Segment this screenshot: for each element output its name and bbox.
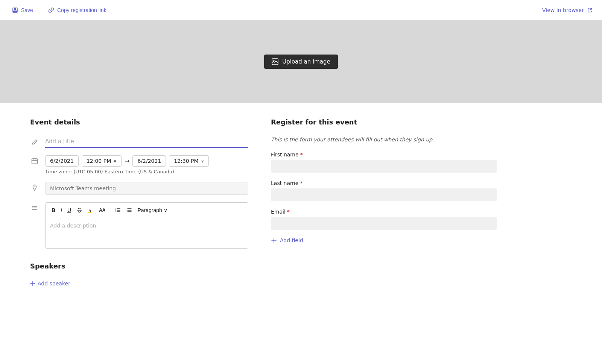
event-details-panel: Event details bbox=[30, 118, 248, 287]
email-input[interactable] bbox=[271, 217, 497, 230]
italic-button[interactable]: I bbox=[58, 206, 64, 215]
save-icon bbox=[12, 7, 18, 13]
image-icon bbox=[272, 58, 278, 65]
paragraph-chevron: ∨ bbox=[164, 207, 167, 213]
pencil-icon bbox=[31, 139, 38, 146]
datetime-content: 6/2/2021 12:00 PM ∨ → 6/2/2021 12:30 PM … bbox=[45, 155, 248, 174]
start-date-picker[interactable]: 6/2/2021 bbox=[45, 155, 79, 167]
svg-rect-8 bbox=[88, 212, 91, 213]
copy-link-button[interactable]: Copy registration link bbox=[45, 6, 109, 15]
title-field-content bbox=[45, 136, 248, 148]
start-time-chevron: ∨ bbox=[113, 158, 117, 164]
upload-image-label: Upload an image bbox=[282, 58, 330, 65]
first-name-label-row: First name * bbox=[271, 152, 497, 158]
toolbar-divider bbox=[110, 206, 110, 214]
end-date-picker[interactable]: 6/2/2021 bbox=[132, 155, 166, 167]
add-speaker-button[interactable]: Add speaker bbox=[30, 281, 70, 287]
datetime-row: 6/2/2021 12:00 PM ∨ → 6/2/2021 12:30 PM … bbox=[45, 155, 248, 167]
toolbar-left: Save Copy registration link bbox=[9, 6, 109, 15]
arrow-icon: → bbox=[125, 158, 129, 165]
first-name-label: First name bbox=[271, 152, 299, 158]
title-input[interactable] bbox=[45, 136, 248, 148]
event-details-title: Event details bbox=[30, 118, 248, 126]
start-time-picker[interactable]: 12:00 PM ∨ bbox=[82, 155, 122, 167]
strikethrough-icon bbox=[76, 207, 82, 213]
list-icon-wrapper bbox=[30, 205, 39, 211]
external-link-icon bbox=[587, 7, 593, 13]
view-browser-button[interactable]: View in browser bbox=[542, 7, 593, 13]
location-field-row bbox=[30, 182, 248, 195]
ordered-list-icon: 1 2 3 bbox=[115, 207, 121, 213]
datetime-field-row: 6/2/2021 12:00 PM ∨ → 6/2/2021 12:30 PM … bbox=[30, 155, 248, 174]
svg-point-4 bbox=[274, 60, 275, 61]
add-field-button[interactable]: Add field bbox=[271, 237, 303, 243]
end-time-picker[interactable]: 12:30 PM ∨ bbox=[169, 155, 209, 167]
first-name-input[interactable] bbox=[271, 160, 497, 173]
add-field-label: Add field bbox=[280, 237, 303, 243]
speakers-section: Speakers Add speaker bbox=[30, 262, 248, 287]
strikethrough-button[interactable] bbox=[74, 206, 85, 215]
location-icon bbox=[31, 184, 38, 191]
upload-image-button[interactable]: Upload an image bbox=[264, 55, 338, 69]
svg-rect-5 bbox=[32, 159, 38, 164]
location-field-content bbox=[45, 182, 248, 195]
timezone-text: Time zone: (UTC-05:00) Eastern Time (US … bbox=[45, 169, 248, 174]
last-name-label-row: Last name * bbox=[271, 180, 497, 186]
plus-circle-icon bbox=[271, 237, 277, 243]
pencil-icon-wrapper bbox=[30, 139, 39, 146]
svg-point-14 bbox=[127, 211, 128, 212]
last-name-input[interactable] bbox=[271, 188, 497, 201]
toolbar: Save Copy registration link View in brow… bbox=[0, 0, 602, 20]
register-subtitle: This is the form your attendees will fil… bbox=[271, 136, 497, 143]
list-icon bbox=[31, 205, 38, 211]
email-required: * bbox=[287, 209, 290, 215]
copy-link-label: Copy registration link bbox=[57, 7, 106, 13]
last-name-required: * bbox=[300, 180, 303, 186]
speakers-title: Speakers bbox=[30, 262, 248, 270]
end-time-value: 12:30 PM bbox=[174, 158, 198, 164]
register-form-panel: Register for this event This is the form… bbox=[271, 118, 497, 287]
plus-icon bbox=[30, 281, 35, 286]
underline-button[interactable]: U bbox=[65, 206, 73, 215]
editor-toolbar: B I U A bbox=[46, 203, 248, 218]
description-placeholder: Add a description bbox=[50, 223, 96, 229]
start-date-value: 6/2/2021 bbox=[50, 158, 74, 164]
image-upload-area[interactable]: Upload an image bbox=[0, 20, 602, 103]
add-speaker-label: Add speaker bbox=[38, 281, 70, 287]
unordered-list-icon bbox=[126, 207, 132, 213]
description-field-content: B I U A bbox=[45, 202, 248, 249]
ordered-list-button[interactable]: 1 2 3 bbox=[112, 206, 123, 215]
svg-rect-2 bbox=[13, 11, 17, 12]
description-input[interactable]: Add a description bbox=[46, 218, 248, 248]
start-time-value: 12:00 PM bbox=[87, 158, 111, 164]
calendar-icon bbox=[31, 158, 38, 164]
main-content: Event details bbox=[0, 103, 527, 302]
svg-text:3: 3 bbox=[115, 211, 116, 212]
unordered-list-button[interactable] bbox=[124, 206, 134, 215]
calendar-icon-wrapper bbox=[30, 158, 39, 164]
end-date-value: 6/2/2021 bbox=[137, 158, 161, 164]
svg-point-6 bbox=[34, 186, 35, 187]
title-field-row bbox=[30, 136, 248, 148]
email-group: Email * bbox=[271, 209, 497, 230]
first-name-required: * bbox=[300, 152, 303, 158]
save-button[interactable]: Save bbox=[9, 6, 36, 15]
last-name-group: Last name * bbox=[271, 180, 497, 201]
font-size-button[interactable]: AA bbox=[97, 206, 108, 214]
email-label: Email bbox=[271, 209, 286, 215]
paragraph-dropdown[interactable]: Paragraph ∨ bbox=[135, 206, 169, 215]
end-time-chevron: ∨ bbox=[201, 158, 204, 164]
svg-point-13 bbox=[127, 210, 128, 211]
highlight-icon: A bbox=[88, 207, 94, 213]
paragraph-label: Paragraph bbox=[137, 207, 162, 213]
email-label-row: Email * bbox=[271, 209, 497, 215]
location-input[interactable] bbox=[45, 182, 248, 195]
highlight-button[interactable]: A bbox=[85, 206, 96, 215]
view-browser-label: View in browser bbox=[542, 7, 584, 13]
save-label: Save bbox=[21, 7, 33, 13]
svg-point-12 bbox=[127, 208, 128, 209]
svg-rect-1 bbox=[14, 8, 16, 10]
bold-button[interactable]: B bbox=[49, 206, 58, 215]
description-editor: B I U A bbox=[45, 202, 248, 249]
location-icon-wrapper bbox=[30, 184, 39, 191]
